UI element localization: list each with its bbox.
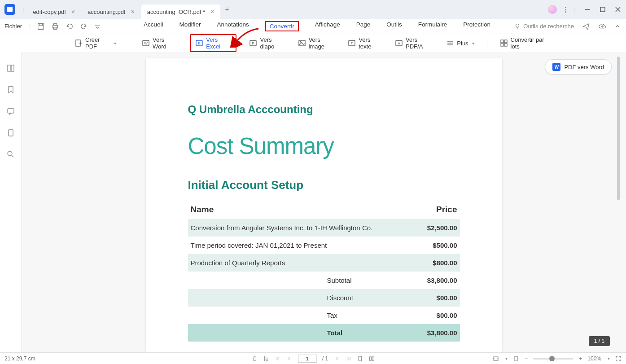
th-price: Price (416, 200, 460, 219)
close-icon[interactable]: × (210, 8, 214, 15)
maximize-icon[interactable] (599, 6, 606, 13)
statusbar: 21 x 29,7 cm / 1 ▾ − + 100% ▾ (0, 352, 626, 364)
menu-convertir[interactable]: Convertir (265, 21, 299, 31)
svg-point-39 (8, 151, 12, 156)
svg-text:T: T (351, 41, 353, 45)
svg-text:P: P (252, 41, 254, 45)
svg-rect-36 (11, 65, 14, 71)
more-button[interactable]: Plus ▾ (446, 39, 474, 47)
svg-rect-7 (54, 23, 57, 25)
cloud-icon[interactable] (598, 22, 606, 31)
to-slides-label: Vers diapo (260, 36, 285, 50)
slides-icon: P (249, 39, 257, 47)
select-tool-icon[interactable] (263, 355, 269, 362)
zoom-slider[interactable] (533, 358, 573, 360)
minimize-icon[interactable] (584, 6, 591, 13)
to-image-label: Vers image (309, 36, 336, 50)
send-icon[interactable] (582, 22, 590, 31)
tab-edit-copy[interactable]: edit-copy.pdf × (26, 4, 81, 19)
qat-dropdown-icon[interactable] (94, 22, 101, 31)
summary-value: $00.00 (416, 307, 460, 324)
two-page-icon[interactable] (368, 355, 375, 362)
file-menu[interactable]: Fichier (4, 23, 22, 30)
zoom-in-button[interactable]: + (579, 355, 582, 362)
page-input[interactable] (298, 355, 317, 363)
redo-icon[interactable] (80, 22, 88, 31)
create-pdf-button[interactable]: Créer PDF ▾ (74, 36, 116, 50)
print-icon[interactable] (51, 22, 59, 31)
zoom-thumb[interactable] (549, 356, 555, 361)
table-row: Time period covered: JAN 01,2021 to Pres… (188, 237, 460, 254)
undo-icon[interactable] (66, 22, 74, 31)
thumbnail-icon[interactable] (6, 64, 15, 73)
fullscreen-icon[interactable] (615, 355, 622, 362)
fit-page-icon[interactable] (513, 355, 519, 362)
close-icon[interactable] (614, 6, 622, 13)
table-row: Conversion from Angular Systems Inc. to … (188, 219, 460, 237)
to-pdfa-label: Vers PDF/A (406, 36, 433, 50)
bookmark-icon[interactable] (6, 85, 15, 94)
tab-label: accounting_OCR.pdf * (147, 9, 205, 15)
app-logo[interactable] (4, 4, 15, 15)
save-icon[interactable] (37, 22, 45, 31)
menu-formulaire[interactable]: Formulaire (418, 21, 447, 31)
cell-price: $800.00 (416, 254, 460, 272)
comment-icon[interactable] (6, 107, 15, 116)
single-page-icon[interactable] (357, 355, 363, 362)
menu-protection[interactable]: Protection (463, 21, 490, 31)
more-convert-icon (446, 39, 454, 47)
next-page-icon[interactable] (333, 355, 340, 362)
to-text-button[interactable]: T Vers texte (348, 36, 382, 50)
zoom-out-button[interactable]: − (525, 355, 528, 362)
main-area: ▸ Q Umbrella Acccounting Cost Summary In… (0, 52, 626, 352)
more-menu-icon[interactable] (565, 7, 566, 13)
menu-accueil[interactable]: Accueil (144, 21, 163, 31)
menu-page[interactable]: Page (356, 21, 371, 31)
to-excel-button[interactable]: E Vers Excel (190, 34, 236, 52)
document-viewport[interactable]: Q Umbrella Acccounting Cost Summary Init… (22, 52, 626, 352)
attachment-icon[interactable] (6, 128, 15, 137)
create-pdf-label: Créer PDF (85, 36, 110, 50)
svg-rect-35 (8, 65, 10, 71)
menu-affichage[interactable]: Affichage (315, 21, 340, 31)
batch-convert-button[interactable]: Convertir par lots (500, 36, 552, 50)
close-icon[interactable]: × (71, 8, 75, 15)
chevron-down-icon: ▾ (114, 41, 116, 46)
pdf-to-word-pill[interactable]: W PDF vers Word (545, 59, 612, 75)
first-page-icon[interactable] (275, 355, 281, 362)
search-tools[interactable]: Outils de recherche (514, 23, 574, 30)
svg-point-10 (516, 24, 519, 27)
more-label: Plus (457, 40, 468, 47)
summary-row: Tax $00.00 (188, 307, 460, 324)
zoom-level: 100% (587, 355, 601, 362)
menu-annotations[interactable]: Annotations (217, 21, 249, 31)
summary-label: Tax (188, 307, 417, 324)
lightbulb-icon (514, 23, 521, 30)
collapse-ribbon-icon[interactable] (614, 22, 621, 31)
menu-outils[interactable]: Outils (386, 21, 402, 31)
excel-icon: E (195, 39, 203, 47)
to-pdfa-button[interactable]: A Vers PDF/A (395, 36, 433, 50)
tab-accounting[interactable]: accounting.pdf × (81, 4, 141, 19)
tab-accounting-ocr[interactable]: accounting_OCR.pdf * × (141, 4, 221, 19)
chevron-down-icon[interactable]: ▾ (505, 356, 508, 361)
to-image-button[interactable]: Vers image (298, 36, 336, 50)
search-icon[interactable] (6, 150, 15, 159)
scrollbar[interactable] (617, 57, 620, 200)
avatar[interactable] (548, 5, 557, 14)
to-excel-label: Vers Excel (206, 36, 231, 50)
chevron-down-icon[interactable]: ▾ (608, 356, 610, 361)
doc-title: Cost Summary (188, 133, 460, 159)
menubar: Fichier | Accueil Modifier Annotations C… (0, 19, 626, 34)
hand-tool-icon[interactable] (251, 355, 258, 362)
new-tab-button[interactable]: + (225, 5, 229, 13)
fit-width-icon[interactable] (493, 355, 499, 362)
image-icon (298, 39, 306, 47)
last-page-icon[interactable] (345, 355, 351, 362)
batch-icon (500, 39, 508, 47)
to-slides-button[interactable]: P Vers diapo (249, 36, 285, 50)
close-icon[interactable]: × (131, 8, 135, 15)
menu-modifier[interactable]: Modifier (179, 21, 201, 31)
to-word-button[interactable]: W Vers Word (142, 36, 177, 50)
prev-page-icon[interactable] (286, 355, 293, 362)
